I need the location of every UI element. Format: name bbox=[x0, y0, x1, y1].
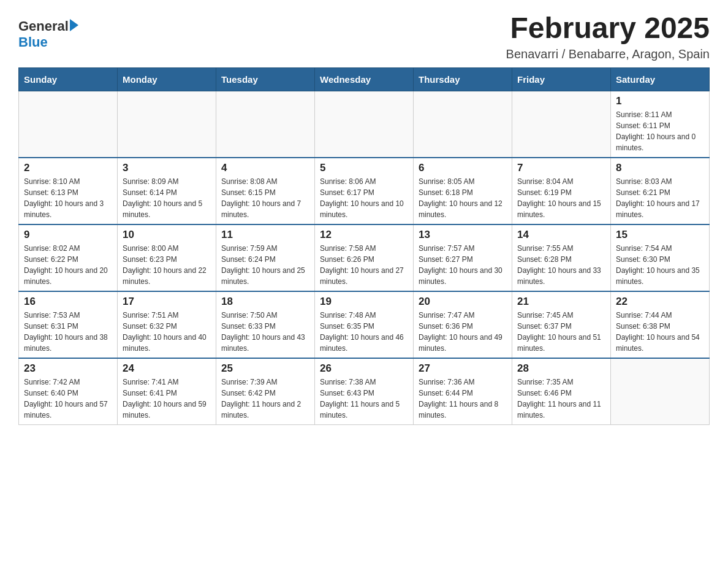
day-number: 28 bbox=[517, 362, 605, 375]
day-number: 18 bbox=[221, 296, 309, 308]
day-number: 27 bbox=[419, 362, 507, 375]
calendar-day-cell bbox=[118, 91, 216, 158]
calendar-day-cell: 11Sunrise: 7:59 AM Sunset: 6:24 PM Dayli… bbox=[216, 224, 315, 291]
day-info: Sunrise: 8:02 AM Sunset: 6:22 PM Dayligh… bbox=[24, 243, 112, 287]
day-number: 24 bbox=[123, 362, 211, 375]
calendar-day-cell: 2Sunrise: 8:10 AM Sunset: 6:13 PM Daylig… bbox=[19, 158, 118, 224]
day-info: Sunrise: 8:11 AM Sunset: 6:11 PM Dayligh… bbox=[616, 109, 704, 153]
calendar-day-cell: 24Sunrise: 7:41 AM Sunset: 6:41 PM Dayli… bbox=[118, 358, 216, 425]
day-info: Sunrise: 7:48 AM Sunset: 6:35 PM Dayligh… bbox=[320, 310, 408, 354]
calendar-week-row: 9Sunrise: 8:02 AM Sunset: 6:22 PM Daylig… bbox=[19, 224, 710, 291]
weekday-header-row: SundayMondayTuesdayWednesdayThursdayFrid… bbox=[19, 67, 710, 91]
calendar-day-cell: 12Sunrise: 7:58 AM Sunset: 6:26 PM Dayli… bbox=[315, 224, 414, 291]
day-number: 2 bbox=[24, 162, 112, 174]
calendar-week-row: 16Sunrise: 7:53 AM Sunset: 6:31 PM Dayli… bbox=[19, 291, 710, 358]
calendar-day-cell: 20Sunrise: 7:47 AM Sunset: 6:36 PM Dayli… bbox=[414, 291, 512, 358]
logo-blue-text: Blue bbox=[18, 34, 48, 50]
calendar-day-cell bbox=[315, 91, 414, 158]
day-info: Sunrise: 7:38 AM Sunset: 6:43 PM Dayligh… bbox=[320, 377, 408, 421]
calendar-day-cell: 1Sunrise: 8:11 AM Sunset: 6:11 PM Daylig… bbox=[611, 91, 710, 158]
day-number: 4 bbox=[221, 162, 309, 174]
day-number: 8 bbox=[616, 162, 704, 174]
day-info: Sunrise: 7:59 AM Sunset: 6:24 PM Dayligh… bbox=[221, 243, 309, 287]
calendar-day-cell: 25Sunrise: 7:39 AM Sunset: 6:42 PM Dayli… bbox=[216, 358, 315, 425]
logo-arrow-icon bbox=[70, 19, 78, 31]
day-info: Sunrise: 7:53 AM Sunset: 6:31 PM Dayligh… bbox=[24, 310, 112, 354]
day-number: 9 bbox=[24, 229, 112, 241]
day-info: Sunrise: 7:54 AM Sunset: 6:30 PM Dayligh… bbox=[616, 243, 704, 287]
calendar-day-cell: 18Sunrise: 7:50 AM Sunset: 6:33 PM Dayli… bbox=[216, 291, 315, 358]
day-info: Sunrise: 8:10 AM Sunset: 6:13 PM Dayligh… bbox=[24, 176, 112, 220]
day-number: 12 bbox=[320, 229, 408, 241]
logo: General Blue bbox=[18, 18, 78, 50]
weekday-header-friday: Friday bbox=[512, 67, 611, 91]
calendar-day-cell: 13Sunrise: 7:57 AM Sunset: 6:27 PM Dayli… bbox=[414, 224, 512, 291]
calendar-day-cell bbox=[216, 91, 315, 158]
title-area: February 2025 Benavarri / Benabarre, Ara… bbox=[506, 12, 710, 61]
calendar-day-cell: 21Sunrise: 7:45 AM Sunset: 6:37 PM Dayli… bbox=[512, 291, 611, 358]
calendar-day-cell: 26Sunrise: 7:38 AM Sunset: 6:43 PM Dayli… bbox=[315, 358, 414, 425]
day-number: 21 bbox=[517, 296, 605, 308]
calendar-day-cell: 16Sunrise: 7:53 AM Sunset: 6:31 PM Dayli… bbox=[19, 291, 118, 358]
calendar-day-cell: 7Sunrise: 8:04 AM Sunset: 6:19 PM Daylig… bbox=[512, 158, 611, 224]
calendar-day-cell: 19Sunrise: 7:48 AM Sunset: 6:35 PM Dayli… bbox=[315, 291, 414, 358]
day-info: Sunrise: 7:57 AM Sunset: 6:27 PM Dayligh… bbox=[419, 243, 507, 287]
day-info: Sunrise: 8:03 AM Sunset: 6:21 PM Dayligh… bbox=[616, 176, 704, 220]
month-title: February 2025 bbox=[506, 12, 710, 45]
calendar-table: SundayMondayTuesdayWednesdayThursdayFrid… bbox=[18, 67, 710, 425]
day-number: 16 bbox=[24, 296, 112, 308]
calendar-day-cell bbox=[19, 91, 118, 158]
day-info: Sunrise: 7:45 AM Sunset: 6:37 PM Dayligh… bbox=[517, 310, 605, 354]
day-number: 20 bbox=[419, 296, 507, 308]
day-number: 1 bbox=[616, 95, 704, 107]
day-info: Sunrise: 7:44 AM Sunset: 6:38 PM Dayligh… bbox=[616, 310, 704, 354]
weekday-header-thursday: Thursday bbox=[414, 67, 512, 91]
day-number: 25 bbox=[221, 362, 309, 375]
calendar-week-row: 1Sunrise: 8:11 AM Sunset: 6:11 PM Daylig… bbox=[19, 91, 710, 158]
calendar-day-cell: 15Sunrise: 7:54 AM Sunset: 6:30 PM Dayli… bbox=[611, 224, 710, 291]
day-number: 26 bbox=[320, 362, 408, 375]
calendar-day-cell: 22Sunrise: 7:44 AM Sunset: 6:38 PM Dayli… bbox=[611, 291, 710, 358]
day-info: Sunrise: 7:50 AM Sunset: 6:33 PM Dayligh… bbox=[221, 310, 309, 354]
calendar-day-cell: 5Sunrise: 8:06 AM Sunset: 6:17 PM Daylig… bbox=[315, 158, 414, 224]
calendar-day-cell: 6Sunrise: 8:05 AM Sunset: 6:18 PM Daylig… bbox=[414, 158, 512, 224]
day-info: Sunrise: 8:00 AM Sunset: 6:23 PM Dayligh… bbox=[123, 243, 211, 287]
day-info: Sunrise: 7:41 AM Sunset: 6:41 PM Dayligh… bbox=[123, 377, 211, 421]
day-number: 11 bbox=[221, 229, 309, 241]
calendar-week-row: 2Sunrise: 8:10 AM Sunset: 6:13 PM Daylig… bbox=[19, 158, 710, 224]
day-number: 22 bbox=[616, 296, 704, 308]
calendar-day-cell: 17Sunrise: 7:51 AM Sunset: 6:32 PM Dayli… bbox=[118, 291, 216, 358]
day-info: Sunrise: 7:55 AM Sunset: 6:28 PM Dayligh… bbox=[517, 243, 605, 287]
day-number: 3 bbox=[123, 162, 211, 174]
calendar-day-cell: 8Sunrise: 8:03 AM Sunset: 6:21 PM Daylig… bbox=[611, 158, 710, 224]
day-info: Sunrise: 8:08 AM Sunset: 6:15 PM Dayligh… bbox=[221, 176, 309, 220]
weekday-header-wednesday: Wednesday bbox=[315, 67, 414, 91]
day-info: Sunrise: 8:09 AM Sunset: 6:14 PM Dayligh… bbox=[123, 176, 211, 220]
day-info: Sunrise: 7:42 AM Sunset: 6:40 PM Dayligh… bbox=[24, 377, 112, 421]
day-info: Sunrise: 7:51 AM Sunset: 6:32 PM Dayligh… bbox=[123, 310, 211, 354]
day-number: 15 bbox=[616, 229, 704, 241]
day-info: Sunrise: 7:47 AM Sunset: 6:36 PM Dayligh… bbox=[419, 310, 507, 354]
calendar-day-cell: 10Sunrise: 8:00 AM Sunset: 6:23 PM Dayli… bbox=[118, 224, 216, 291]
day-number: 19 bbox=[320, 296, 408, 308]
calendar-day-cell: 28Sunrise: 7:35 AM Sunset: 6:46 PM Dayli… bbox=[512, 358, 611, 425]
day-info: Sunrise: 7:58 AM Sunset: 6:26 PM Dayligh… bbox=[320, 243, 408, 287]
day-info: Sunrise: 8:04 AM Sunset: 6:19 PM Dayligh… bbox=[517, 176, 605, 220]
day-number: 10 bbox=[123, 229, 211, 241]
header: General Blue February 2025 Benavarri / B… bbox=[18, 12, 710, 61]
calendar-day-cell: 9Sunrise: 8:02 AM Sunset: 6:22 PM Daylig… bbox=[19, 224, 118, 291]
weekday-header-sunday: Sunday bbox=[19, 67, 118, 91]
calendar-day-cell: 4Sunrise: 8:08 AM Sunset: 6:15 PM Daylig… bbox=[216, 158, 315, 224]
calendar-day-cell: 3Sunrise: 8:09 AM Sunset: 6:14 PM Daylig… bbox=[118, 158, 216, 224]
day-number: 5 bbox=[320, 162, 408, 174]
day-number: 13 bbox=[419, 229, 507, 241]
day-number: 7 bbox=[517, 162, 605, 174]
day-info: Sunrise: 7:36 AM Sunset: 6:44 PM Dayligh… bbox=[419, 377, 507, 421]
day-info: Sunrise: 7:35 AM Sunset: 6:46 PM Dayligh… bbox=[517, 377, 605, 421]
day-info: Sunrise: 8:06 AM Sunset: 6:17 PM Dayligh… bbox=[320, 176, 408, 220]
day-number: 23 bbox=[24, 362, 112, 375]
day-info: Sunrise: 8:05 AM Sunset: 6:18 PM Dayligh… bbox=[419, 176, 507, 220]
calendar-day-cell bbox=[611, 358, 710, 425]
logo-general-text: General bbox=[18, 18, 69, 34]
day-info: Sunrise: 7:39 AM Sunset: 6:42 PM Dayligh… bbox=[221, 377, 309, 421]
